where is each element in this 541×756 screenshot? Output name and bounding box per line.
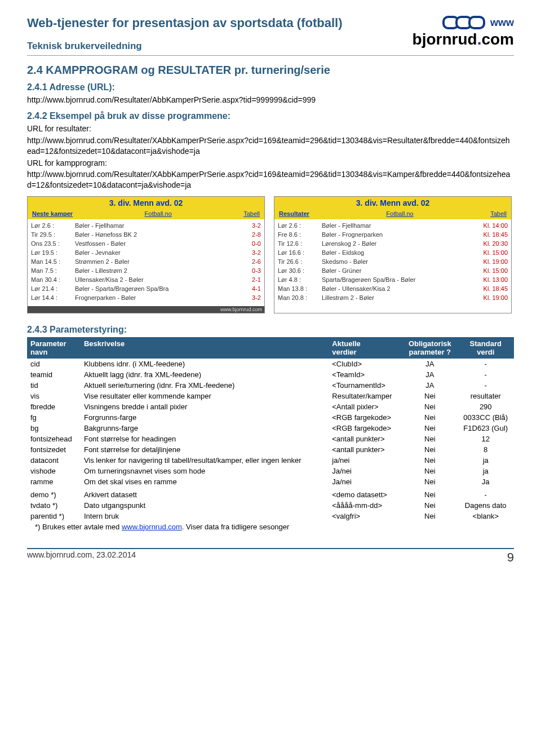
logo-www: www xyxy=(490,17,514,28)
tab-tabell[interactable]: Tabell xyxy=(490,210,507,217)
cell-verdier: ja/nei xyxy=(329,455,402,466)
list-item: Man 14.5 :Strømmen 2 - Bøler2-6 xyxy=(31,258,261,267)
cell-obligatorisk: Nei xyxy=(402,423,457,434)
cell-verdier: <åååå-mm-dd> xyxy=(329,500,402,511)
match-date: Lør 30.6 : xyxy=(278,267,322,276)
page-number: 9 xyxy=(507,550,514,565)
cell-beskrivelse: Font størrelse for headingen xyxy=(81,434,329,444)
match-date: Fre 8.6 : xyxy=(278,231,322,240)
table-row: visVise resultater eller kommende kamper… xyxy=(27,391,514,401)
match-date: Lør 14.4 : xyxy=(31,294,75,303)
cell-beskrivelse: Vise resultater eller kommende kamper xyxy=(81,391,329,401)
tab-neste-kamper[interactable]: Neste kamper xyxy=(32,210,73,217)
header-divider xyxy=(27,55,514,56)
cell-parameter: ramme xyxy=(27,476,81,487)
cell-verdier: <TeamId> xyxy=(329,369,402,380)
tab-tabell[interactable]: Tabell xyxy=(243,210,260,217)
th-obligatorisk: Obligatoriskparameter ? xyxy=(402,337,457,359)
cell-parameter: datacont xyxy=(27,455,81,466)
cell-verdier: Resultater/kamper xyxy=(329,391,402,401)
cell-parameter: vishode xyxy=(27,466,81,476)
list-item: Ons 23.5 :Vestfossen - Bøler0-0 xyxy=(31,240,261,249)
logo-brand-post: com xyxy=(481,30,514,48)
cell-parameter: cid xyxy=(27,359,81,369)
list-item: Lør 21.4 :Bøler - Sparta/Bragerøen Spa/B… xyxy=(31,285,261,294)
label-kampprogram: URL for kampprogram: xyxy=(27,158,514,169)
list-item: Fre 8.6 :Bøler - FrognerparkenKl. 18:45 xyxy=(278,231,508,240)
match-date: Man 20.8 : xyxy=(278,294,322,303)
cell-standard: 8 xyxy=(457,444,514,455)
cell-parameter: teamid xyxy=(27,369,81,380)
match-teams: Sparta/Bragerøen Spa/Bra - Bøler xyxy=(322,276,474,285)
tab-fotball-no[interactable]: Fotball.no xyxy=(145,210,172,217)
section-heading-2-4-1: 2.4.1 Adresse (URL): xyxy=(27,82,514,92)
match-value: 0-0 xyxy=(242,240,261,249)
match-date: Lør 19.5 : xyxy=(31,249,75,258)
cell-obligatorisk: Nei xyxy=(402,500,457,511)
tab-resultater[interactable]: Resultater xyxy=(279,210,309,217)
cell-standard: - xyxy=(457,359,514,369)
match-teams: Bøler - Fjellhamar xyxy=(75,222,242,231)
match-teams: Bøler - Grüner xyxy=(322,267,474,276)
cell-beskrivelse: Arkivert datasett xyxy=(81,489,329,500)
cell-verdier: <RGB fargekode> xyxy=(329,412,402,423)
list-item: Man 13.8 :Bøler - Ullensaker/Kisa 2Kl. 1… xyxy=(278,285,508,294)
list-item: Tir 26.6 :Skedsmo - BølerKl. 19:00 xyxy=(278,258,508,267)
url-resultater: http://www.bjornrud.com/Resultater/XAbbK… xyxy=(27,135,514,157)
cell-standard: 12 xyxy=(457,434,514,444)
cell-parameter: vis xyxy=(27,391,81,401)
th-parameter: Parameternavn xyxy=(27,337,81,359)
cell-obligatorisk: Nei xyxy=(402,391,457,401)
cell-verdier: <TournamentId> xyxy=(329,380,402,391)
match-teams: Lillestrøm 2 - Bøler xyxy=(322,294,474,303)
cell-obligatorisk: Nei xyxy=(402,489,457,500)
match-date: Lør 4.8 : xyxy=(278,276,322,285)
cell-obligatorisk: Nei xyxy=(402,401,457,412)
match-teams: Lørenskog 2 - Bøler xyxy=(322,240,474,249)
tab-fotball-no[interactable]: Fotball.no xyxy=(386,210,413,217)
match-value: Kl. 15:00 xyxy=(474,267,508,276)
list-item: Lør 19.5 :Bøler - Jevnaker3-2 xyxy=(31,249,261,258)
widget-resultater: 3. div. Menn avd. 02 Resultater Fotball.… xyxy=(274,196,512,313)
match-teams: Bøler - Frognerparken xyxy=(322,231,474,240)
cell-standard: Ja xyxy=(457,476,514,487)
table-row: fontsizedetFont størrelse for detaljlinj… xyxy=(27,444,514,455)
cell-parameter: fontsizedet xyxy=(27,444,81,455)
match-value: Kl. 18:45 xyxy=(474,231,508,240)
match-teams: Bøler - Sparta/Bragerøen Spa/Bra xyxy=(75,285,242,294)
match-teams: Ullensaker/Kisa 2 - Bøler xyxy=(75,276,242,285)
list-item: Lør 16.6 :Bøler - EidskogKl. 15:00 xyxy=(278,249,508,258)
section-heading-2-4-2: 2.4.2 Eksempel på bruk av disse programm… xyxy=(27,111,514,121)
cell-beskrivelse: Om turneringsnavnet vises som hode xyxy=(81,466,329,476)
cell-beskrivelse: Om det skal vises en ramme xyxy=(81,476,329,487)
footnote-link[interactable]: www.bjornrud.com xyxy=(122,523,182,531)
match-teams: Bøler - Ullensaker/Kisa 2 xyxy=(322,285,474,294)
cell-beskrivelse: Dato utgangspunkt xyxy=(81,500,329,511)
list-item: Tir 29.5 :Bøler - Hønefoss BK 22-8 xyxy=(31,231,261,240)
parameter-table: Parameternavn Beskrivelse Aktuelleverdie… xyxy=(27,337,514,521)
cell-parameter: tid xyxy=(27,380,81,391)
cell-beskrivelse: Font størrelse for detaljlinjene xyxy=(81,444,329,455)
section-heading-2-4-3: 2.4.3 Parameterstyring: xyxy=(27,325,514,335)
table-row: teamidAktuellt lagg (idnr. fra XML-feede… xyxy=(27,369,514,380)
cell-standard: F1D623 (Gul) xyxy=(457,423,514,434)
match-value: 2-1 xyxy=(242,276,261,285)
match-date: Tir 29.5 : xyxy=(31,231,75,240)
widget-neste-kamper: 3. div. Menn avd. 02 Neste kamper Fotbal… xyxy=(27,196,265,313)
cell-verdier: <demo datasett> xyxy=(329,489,402,500)
match-teams: Frognerparken - Bøler xyxy=(75,294,242,303)
widget-title: 3. div. Menn avd. 02 xyxy=(28,197,264,209)
page-header: Web-tjenester for presentasjon av sports… xyxy=(27,16,514,55)
brand-logo: www bjornrud.com xyxy=(413,16,514,48)
url-kampprogram: http://www.bjornrud.com/Resultater/XAbbK… xyxy=(27,169,514,191)
table-row: bgBakgrunns-farge<RGB fargekode>NeiF1D62… xyxy=(27,423,514,434)
table-row: fbreddeVisningens bredde i antall pixler… xyxy=(27,401,514,412)
match-value: Kl. 13:00 xyxy=(474,276,508,285)
match-teams: Bøler - Fjellhamar xyxy=(322,222,474,231)
match-date: Lør 2.6 : xyxy=(31,222,75,231)
widget-body: Lør 2.6 :Bøler - Fjellhamar3-2Tir 29.5 :… xyxy=(28,219,264,306)
cell-parameter: tvdato *) xyxy=(27,500,81,511)
list-item: Lør 4.8 :Sparta/Bragerøen Spa/Bra - Bøle… xyxy=(278,276,508,285)
cell-obligatorisk: Nei xyxy=(402,444,457,455)
cell-standard: <blank> xyxy=(457,511,514,521)
